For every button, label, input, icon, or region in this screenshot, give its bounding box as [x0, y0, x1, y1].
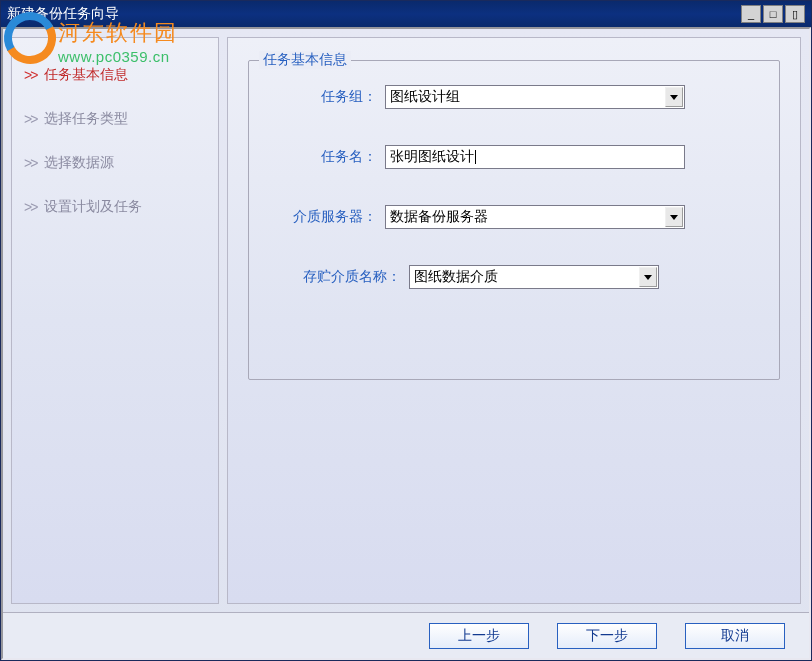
sidebar-item-task-type[interactable]: >> 选择任务类型 — [24, 110, 206, 128]
sidebar-item-basic-info[interactable]: >> 任务基本信息 — [24, 66, 206, 84]
row-storage-media: 存贮介质名称： 图纸数据介质 — [269, 265, 759, 289]
task-group-select[interactable]: 图纸设计组 — [385, 85, 685, 109]
main-panel: 任务基本信息 任务组： 图纸设计组 任务名： — [227, 37, 801, 604]
label-task-group: 任务组： — [269, 88, 385, 106]
dropdown-icon[interactable] — [665, 87, 683, 107]
maximize-button[interactable]: □ — [763, 5, 783, 23]
window-title: 新建备份任务向导 — [7, 5, 741, 23]
close-button[interactable]: ▯ — [785, 5, 805, 23]
dropdown-icon[interactable] — [665, 207, 683, 227]
chevron-icon: >> — [24, 199, 36, 215]
row-media-server: 介质服务器： 数据备份服务器 — [269, 205, 759, 229]
sidebar-item-label: 选择数据源 — [44, 154, 114, 172]
label-media-server: 介质服务器： — [269, 208, 385, 226]
sidebar: >> 任务基本信息 >> 选择任务类型 >> 选择数据源 >> 设置计划及任务 — [11, 37, 219, 604]
sidebar-item-data-source[interactable]: >> 选择数据源 — [24, 154, 206, 172]
chevron-icon: >> — [24, 155, 36, 171]
sidebar-item-label: 设置计划及任务 — [44, 198, 142, 216]
titlebar[interactable]: 新建备份任务向导 _ □ ▯ — [1, 1, 811, 27]
sidebar-item-label: 任务基本信息 — [44, 66, 128, 84]
next-button[interactable]: 下一步 — [557, 623, 657, 649]
label-task-name: 任务名： — [269, 148, 385, 166]
task-group-value: 图纸设计组 — [390, 88, 680, 106]
chevron-icon: >> — [24, 67, 36, 83]
window-controls: _ □ ▯ — [741, 5, 805, 23]
window-body: >> 任务基本信息 >> 选择任务类型 >> 选择数据源 >> 设置计划及任务 — [1, 27, 811, 660]
row-task-name: 任务名： 张明图纸设计 — [269, 145, 759, 169]
prev-button[interactable]: 上一步 — [429, 623, 529, 649]
sidebar-item-schedule[interactable]: >> 设置计划及任务 — [24, 198, 206, 216]
storage-media-value: 图纸数据介质 — [414, 268, 654, 286]
media-server-value: 数据备份服务器 — [390, 208, 680, 226]
fieldset-legend: 任务基本信息 — [259, 51, 351, 69]
sidebar-item-label: 选择任务类型 — [44, 110, 128, 128]
chevron-icon: >> — [24, 111, 36, 127]
task-name-input[interactable]: 张明图纸设计 — [385, 145, 685, 169]
dropdown-icon[interactable] — [639, 267, 657, 287]
text-caret — [475, 150, 476, 164]
label-storage-media: 存贮介质名称： — [269, 268, 409, 286]
storage-media-select[interactable]: 图纸数据介质 — [409, 265, 659, 289]
button-bar: 上一步 下一步 取消 — [3, 612, 809, 658]
fieldset-basic-info: 任务基本信息 任务组： 图纸设计组 任务名： — [248, 60, 780, 380]
row-task-group: 任务组： 图纸设计组 — [269, 85, 759, 109]
media-server-select[interactable]: 数据备份服务器 — [385, 205, 685, 229]
cancel-button[interactable]: 取消 — [685, 623, 785, 649]
content-row: >> 任务基本信息 >> 选择任务类型 >> 选择数据源 >> 设置计划及任务 — [3, 29, 809, 612]
dialog-window: 新建备份任务向导 _ □ ▯ >> 任务基本信息 >> 选择任务类型 >> 选择… — [0, 0, 812, 661]
minimize-button[interactable]: _ — [741, 5, 761, 23]
task-name-value: 张明图纸设计 — [390, 148, 474, 164]
